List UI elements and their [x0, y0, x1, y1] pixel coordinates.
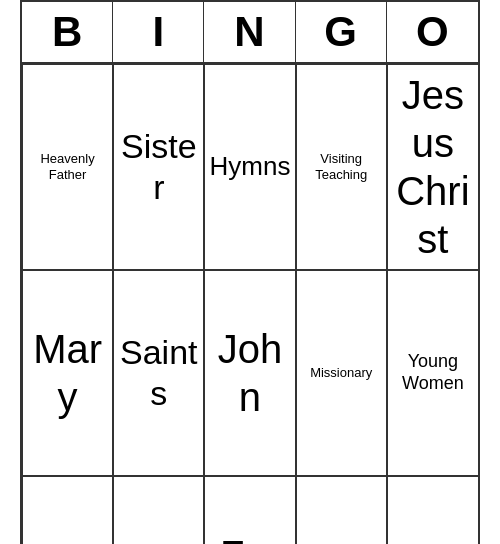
- header-letter-n: N: [204, 2, 295, 62]
- bingo-cell-8: Missionary: [296, 270, 387, 476]
- bingo-cell-4: Jesus Christ: [387, 64, 478, 270]
- bingo-cell-9: Young Women: [387, 270, 478, 476]
- cell-text-6: Saints: [118, 332, 199, 414]
- bingo-cell-7: John: [204, 270, 295, 476]
- bingo-header: BINGO: [22, 2, 478, 64]
- bingo-cell-5: Mary: [22, 270, 113, 476]
- header-letter-i: I: [113, 2, 204, 62]
- cell-text-7: John: [209, 325, 290, 421]
- bingo-cell-11: Young Men: [113, 476, 204, 544]
- cell-text-12: Free!: [209, 531, 290, 544]
- bingo-cell-6: Saints: [113, 270, 204, 476]
- cell-text-5: Mary: [27, 325, 108, 421]
- cell-text-1: Sister: [118, 126, 199, 208]
- bingo-cell-0: Heavenly Father: [22, 64, 113, 270]
- header-letter-b: B: [22, 2, 113, 62]
- bingo-card: BINGO Heavenly FatherSisterHymnsVisiting…: [20, 0, 480, 544]
- cell-text-8: Missionary: [310, 365, 372, 381]
- cell-text-10: Family: [27, 538, 108, 544]
- bingo-cell-2: Hymns: [204, 64, 295, 270]
- header-letter-g: G: [296, 2, 387, 62]
- cell-text-2: Hymns: [210, 151, 291, 182]
- cell-text-4: Jesus Christ: [392, 71, 474, 263]
- bingo-cell-1: Sister: [113, 64, 204, 270]
- bingo-cell-12: Free!: [204, 476, 295, 544]
- cell-text-9: Young Women: [392, 351, 474, 394]
- cell-text-3: Visiting Teaching: [301, 151, 382, 182]
- bingo-cell-14: Primary: [387, 476, 478, 544]
- bingo-grid: Heavenly FatherSisterHymnsVisiting Teach…: [22, 64, 478, 544]
- bingo-cell-10: Family: [22, 476, 113, 544]
- cell-text-0: Heavenly Father: [27, 151, 108, 182]
- bingo-cell-13: Brother: [296, 476, 387, 544]
- header-letter-o: O: [387, 2, 478, 62]
- bingo-cell-3: Visiting Teaching: [296, 64, 387, 270]
